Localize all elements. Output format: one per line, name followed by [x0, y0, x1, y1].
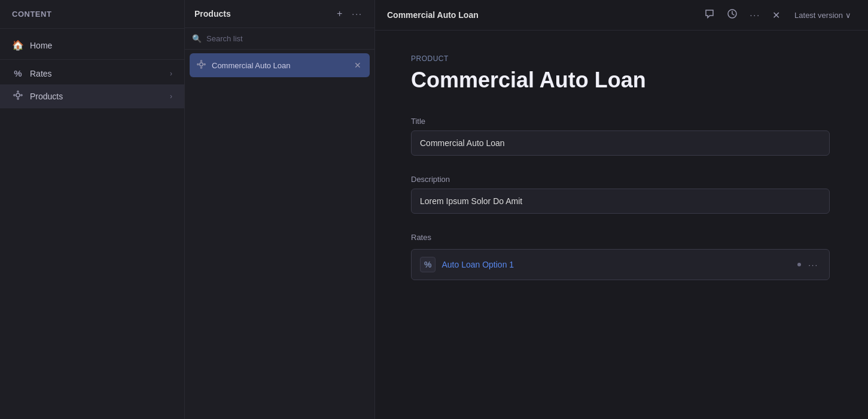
content-section: Product Commercial Auto Loan Title Descr… — [411, 54, 830, 280]
products-icon — [12, 90, 24, 102]
version-selector-button[interactable]: Latest version ∨ — [790, 8, 856, 22]
search-input[interactable] — [206, 34, 367, 43]
more-options-button[interactable]: ··· — [747, 9, 763, 21]
sidebar-header: Content — [0, 0, 184, 29]
middle-panel-title: Products — [194, 9, 231, 19]
sidebar-divider — [0, 59, 184, 60]
rate-item-label: Auto Loan Option 1 — [441, 260, 514, 269]
home-icon: 🏠 — [12, 40, 24, 51]
rates-label: Rates — [411, 233, 830, 242]
svg-point-1 — [17, 91, 19, 92]
main-content: Commercial Auto Loan ··· ✕ Latest versio… — [375, 0, 868, 419]
svg-point-6 — [200, 60, 202, 62]
rates-icon: % — [12, 68, 24, 78]
comment-button[interactable] — [702, 7, 717, 23]
sidebar-item-home-label: Home — [30, 41, 52, 50]
title-input[interactable] — [411, 130, 830, 156]
middle-header: Products + ··· — [185, 0, 374, 28]
rate-menu-button[interactable]: ··· — [806, 259, 821, 271]
svg-point-5 — [200, 63, 203, 66]
svg-point-2 — [17, 98, 19, 99]
product-item-icon — [197, 60, 206, 71]
product-list: Commercial Auto Loan ✕ — [185, 50, 374, 81]
product-list-item[interactable]: Commercial Auto Loan ✕ — [190, 53, 370, 77]
middle-menu-button[interactable]: ··· — [349, 8, 365, 20]
description-input[interactable] — [411, 189, 830, 214]
add-product-button[interactable]: + — [334, 7, 345, 20]
svg-point-4 — [21, 95, 22, 96]
rate-item[interactable]: % Auto Loan Option 1 ··· — [411, 249, 830, 280]
rate-status-dot — [797, 263, 801, 266]
svg-point-8 — [197, 63, 199, 65]
svg-point-7 — [200, 67, 202, 68]
search-container: 🔍 — [185, 28, 374, 50]
chevron-down-icon: ∨ — [845, 11, 851, 20]
sidebar-item-home[interactable]: 🏠 Home — [0, 34, 184, 57]
close-button[interactable]: ✕ — [770, 8, 782, 22]
search-icon: 🔍 — [192, 34, 202, 43]
title-field: Title — [411, 117, 830, 156]
svg-point-0 — [16, 93, 20, 97]
product-item-label: Commercial Auto Loan — [212, 61, 291, 70]
main-header: Commercial Auto Loan ··· ✕ Latest versio… — [375, 0, 868, 31]
svg-point-9 — [204, 63, 205, 65]
middle-panel: Products + ··· 🔍 — [185, 0, 375, 419]
sidebar: Content 🏠 Home % Rates › — [0, 0, 185, 419]
rates-section: Rates % Auto Loan Option 1 ··· — [411, 233, 830, 280]
main-body: Product Commercial Auto Loan Title Descr… — [375, 31, 868, 419]
product-item-close-button[interactable]: ✕ — [353, 59, 363, 71]
sidebar-item-products-label: Products — [30, 92, 63, 101]
product-heading: Commercial Auto Loan — [411, 68, 830, 93]
sidebar-item-rates-label: Rates — [30, 69, 52, 78]
rate-icon: % — [420, 257, 435, 272]
svg-point-3 — [14, 95, 15, 96]
product-tag: Product — [411, 54, 830, 63]
main-header-title: Commercial Auto Loan — [387, 10, 479, 20]
version-label: Latest version — [794, 11, 843, 20]
products-chevron-icon: › — [170, 92, 172, 101]
sidebar-item-rates[interactable]: % Rates › — [0, 62, 184, 84]
history-button[interactable] — [724, 7, 740, 23]
sidebar-item-products[interactable]: Products › — [0, 84, 184, 108]
rates-chevron-icon: › — [170, 69, 172, 78]
sidebar-nav: 🏠 Home % Rates › — [0, 29, 184, 113]
description-label: Description — [411, 175, 830, 184]
description-field: Description — [411, 175, 830, 214]
title-label: Title — [411, 117, 830, 126]
